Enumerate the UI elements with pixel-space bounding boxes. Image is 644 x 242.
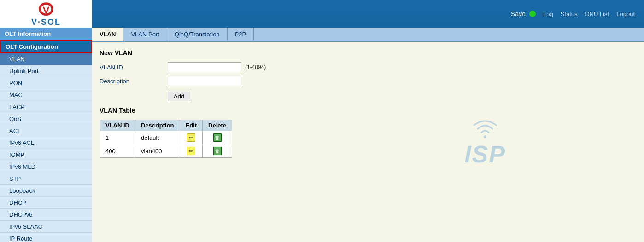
row1-edit-button[interactable]: ✏: [187, 133, 196, 142]
sidebar-item-vlan[interactable]: VLAN: [0, 53, 92, 65]
table-row: 1 default ✏ 🗑: [100, 131, 232, 144]
delete-icon: 🗑: [213, 147, 222, 155]
save-label: Save: [511, 10, 526, 17]
sidebar-item-ipv6-mld[interactable]: IPv6 MLD: [0, 161, 92, 173]
save-section: Save: [511, 10, 536, 17]
status-link[interactable]: Status: [561, 11, 578, 17]
sidebar-item-ipv6-slaac[interactable]: IPv6 SLAAC: [0, 221, 92, 233]
new-vlan-title: New VLAN: [100, 49, 637, 57]
sidebar-item-ip-route[interactable]: IP Route: [0, 233, 92, 242]
logout-link[interactable]: Logout: [616, 11, 635, 17]
log-link[interactable]: Log: [543, 11, 553, 17]
delete-icon: 🗑: [213, 133, 222, 142]
sidebar-item-lacp[interactable]: LACP: [0, 101, 92, 113]
sidebar-item-ipv6-acl[interactable]: IPv6 ACL: [0, 137, 92, 149]
tab-qinq[interactable]: QinQ/Translation: [167, 28, 228, 41]
isp-text: ISP: [464, 140, 506, 168]
svg-point-2: [484, 136, 486, 138]
description-input[interactable]: [168, 76, 241, 86]
sidebar: OLT Information OLT Configuration VLAN U…: [0, 28, 92, 242]
sidebar-item-stp[interactable]: STP: [0, 173, 92, 185]
description-row: Description: [100, 76, 637, 86]
sidebar-item-loopback[interactable]: Loopback: [0, 185, 92, 197]
col-delete: Delete: [203, 120, 232, 131]
sidebar-item-acl[interactable]: ACL: [0, 125, 92, 137]
add-button[interactable]: Add: [168, 92, 190, 101]
sidebar-group-title: OLT Configuration: [0, 40, 92, 53]
content-area: New VLAN VLAN ID (1-4094) Description Ad…: [92, 42, 644, 165]
header: Save Log Status ONU List Logout: [0, 0, 644, 28]
sidebar-item-dhcp[interactable]: DHCP: [0, 197, 92, 209]
vlan-table-title: VLAN Table: [100, 107, 637, 114]
row1-vlan-id: 1: [100, 131, 135, 144]
onu-list-link[interactable]: ONU List: [585, 11, 609, 17]
row2-vlan-id: 400: [100, 144, 135, 158]
logo-text: V·SOL: [31, 17, 61, 27]
row2-edit-button[interactable]: ✏: [187, 146, 196, 156]
sidebar-section-title: OLT Information: [0, 28, 92, 40]
sidebar-item-pon[interactable]: PON: [0, 77, 92, 89]
tab-vlan-port[interactable]: VLAN Port: [123, 28, 167, 41]
vlan-table: VLAN ID Description Edit Delete 1 defaul…: [100, 120, 232, 158]
vlan-id-hint: (1-4094): [245, 64, 266, 70]
row2-description: vlan400: [135, 144, 180, 158]
sidebar-item-uplink-port[interactable]: Uplink Port: [0, 65, 92, 77]
row1-delete-button[interactable]: 🗑: [213, 133, 222, 142]
isp-watermark: ISP: [464, 120, 506, 168]
tabs-bar: VLAN VLAN Port QinQ/Translation P2P: [92, 28, 644, 42]
sidebar-item-dhcpv6[interactable]: DHCPv6: [0, 209, 92, 221]
col-edit: Edit: [180, 120, 203, 131]
col-vlan-id: VLAN ID: [100, 120, 135, 131]
row2-delete-cell: 🗑: [203, 144, 232, 158]
row2-delete-button[interactable]: 🗑: [213, 146, 222, 156]
tab-vlan[interactable]: VLAN: [92, 28, 123, 41]
sidebar-item-qos[interactable]: QoS: [0, 113, 92, 125]
save-status-indicator: [529, 11, 536, 17]
table-row: 400 vlan400 ✏ 🗑: [100, 144, 232, 158]
edit-icon: ✏: [187, 133, 195, 142]
sidebar-item-mac[interactable]: MAC: [0, 89, 92, 101]
sidebar-item-igmp[interactable]: IGMP: [0, 149, 92, 161]
logo-container: V·SOL: [0, 0, 92, 28]
edit-icon: ✏: [187, 147, 195, 155]
row2-edit-cell: ✏: [180, 144, 203, 158]
vlan-id-row: VLAN ID (1-4094): [100, 62, 637, 72]
row1-delete-cell: 🗑: [203, 131, 232, 144]
vsol-logo-icon: [37, 1, 55, 17]
row1-description: default: [135, 131, 180, 144]
description-label: Description: [100, 78, 164, 85]
tab-p2p[interactable]: P2P: [228, 28, 254, 41]
vlan-id-label: VLAN ID: [100, 64, 164, 71]
row1-edit-cell: ✏: [180, 131, 203, 144]
main-content: VLAN VLAN Port QinQ/Translation P2P New …: [92, 28, 644, 242]
header-nav: Log Status ONU List Logout: [543, 11, 635, 17]
vlan-id-input[interactable]: [168, 62, 241, 72]
col-description: Description: [135, 120, 180, 131]
